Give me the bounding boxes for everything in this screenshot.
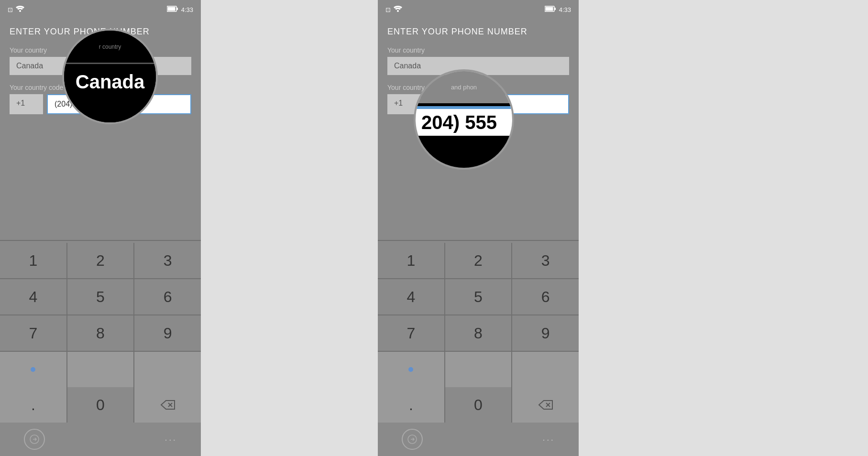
bottom-keypad-right: . 0 (378, 387, 579, 423)
key-dot-row-right-3 (512, 352, 579, 387)
svg-rect-10 (554, 8, 556, 10)
phone-label-right: Your country code and phone number (387, 84, 569, 91)
key-zero-right[interactable]: 0 (445, 387, 512, 423)
phone-number-input-right[interactable] (425, 94, 569, 114)
key-1-left[interactable]: 1 (0, 243, 66, 278)
key-dot-row-left-2 (67, 352, 134, 387)
key-8-right[interactable]: 8 (445, 315, 512, 351)
key-5-left[interactable]: 5 (67, 279, 134, 315)
country-input-left[interactable] (10, 57, 191, 75)
key-backspace-left[interactable] (134, 387, 201, 423)
status-right-left: 4:33 (167, 6, 193, 13)
key-dot-left[interactable]: . (0, 387, 66, 423)
time-right: 4:33 (559, 6, 571, 13)
keyboard-section-right: 1 2 3 4 5 6 7 8 9 . 0 (378, 240, 579, 456)
key-dot-row-right (378, 352, 444, 387)
wifi-icon-left (16, 6, 24, 13)
key-6-left[interactable]: 6 (134, 279, 201, 315)
svg-rect-2 (167, 7, 175, 11)
screen-title-right: ENTER YOUR PHONE NUMBER (387, 27, 569, 37)
time-left: 4:33 (181, 6, 193, 13)
screen-title-left: ENTER YOUR PHONE NUMBER (10, 27, 191, 37)
keypad-right: 1 2 3 4 5 6 7 8 9 (378, 243, 579, 387)
svg-point-0 (19, 10, 21, 12)
screenshot-icon-right: ⊡ (385, 6, 391, 13)
key-2-right[interactable]: 2 (445, 243, 512, 278)
key-dot-row-left (0, 352, 66, 387)
country-label-right: Your country (387, 46, 569, 54)
phone-screen-left: ⊡ (0, 0, 201, 456)
next-button-left[interactable] (24, 429, 45, 450)
phone-screen-right: ⊡ (378, 0, 579, 456)
dot-indicator-left (31, 367, 35, 372)
key-2-left[interactable]: 2 (67, 243, 134, 278)
keyboard-section-left: 1 2 3 4 5 6 7 8 9 . 0 (0, 240, 201, 456)
keyboard-separator-left (0, 240, 201, 241)
status-left: ⊡ (8, 6, 24, 13)
left-screen-container: ⊡ (0, 0, 201, 456)
phone-label-left: Your country code and phone number (10, 84, 191, 91)
battery-icon-right (545, 6, 556, 13)
svg-rect-3 (176, 8, 178, 10)
key-7-left[interactable]: 7 (0, 315, 66, 351)
key-8-left[interactable]: 8 (67, 315, 134, 351)
phone-row-right: +1 (387, 94, 569, 114)
key-backspace-right[interactable] (512, 387, 579, 423)
screens-wrapper: ⊡ (0, 0, 868, 456)
next-button-right[interactable] (402, 429, 423, 450)
key-4-right[interactable]: 4 (378, 279, 444, 315)
key-9-right[interactable]: 9 (512, 315, 579, 351)
app-content-right: ENTER YOUR PHONE NUMBER Your country You… (378, 19, 579, 240)
country-label-left: Your country (10, 46, 191, 54)
key-dot-right[interactable]: . (378, 387, 444, 423)
bottom-bar-left: ··· (0, 423, 201, 456)
status-right-right: 4:33 (545, 6, 571, 13)
phone-row-left: +1 (10, 94, 191, 114)
screenshot-icon-left: ⊡ (8, 6, 13, 13)
country-code-right[interactable]: +1 (387, 94, 421, 114)
country-code-left[interactable]: +1 (10, 94, 43, 114)
battery-icon-left (167, 6, 178, 13)
key-5-right[interactable]: 5 (445, 279, 512, 315)
keyboard-separator-right (378, 240, 579, 241)
key-6-right[interactable]: 6 (512, 279, 579, 315)
bottom-bar-right: ··· (378, 423, 579, 456)
phone-number-input-left[interactable] (47, 94, 191, 114)
right-screen-container: ⊡ (378, 0, 579, 456)
wifi-icon-right (394, 6, 402, 13)
keypad-left: 1 2 3 4 5 6 7 8 9 (0, 243, 201, 387)
svg-rect-9 (545, 7, 553, 11)
svg-point-7 (397, 10, 399, 12)
more-button-right[interactable]: ··· (542, 434, 555, 445)
status-right-left-icons: ⊡ (385, 6, 402, 13)
country-input-right[interactable] (387, 57, 569, 75)
key-zero-left[interactable]: 0 (67, 387, 134, 423)
key-4-left[interactable]: 4 (0, 279, 66, 315)
app-content-left: ENTER YOUR PHONE NUMBER Your country You… (0, 19, 201, 240)
status-bar-left: ⊡ (0, 0, 201, 19)
key-1-right[interactable]: 1 (378, 243, 444, 278)
bottom-keypad-left: . 0 (0, 387, 201, 423)
key-9-left[interactable]: 9 (134, 315, 201, 351)
key-3-right[interactable]: 3 (512, 243, 579, 278)
status-bar-right: ⊡ (378, 0, 579, 19)
key-7-right[interactable]: 7 (378, 315, 444, 351)
more-button-left[interactable]: ··· (165, 434, 177, 445)
dot-indicator-right (408, 367, 413, 372)
key-dot-row-left-3 (134, 352, 201, 387)
key-dot-row-right-2 (445, 352, 512, 387)
key-3-left[interactable]: 3 (134, 243, 201, 278)
